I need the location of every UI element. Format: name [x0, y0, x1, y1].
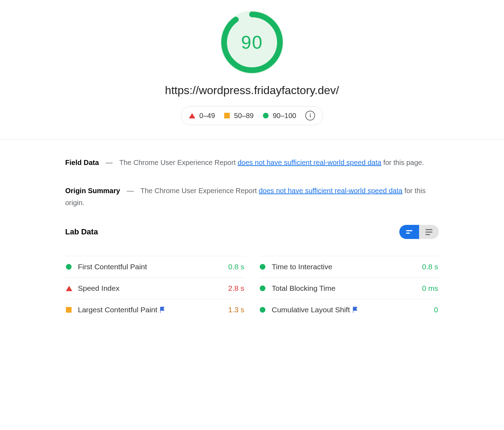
legend-good-range: 90–100: [273, 112, 296, 120]
flag-icon: [353, 307, 358, 313]
origin-summary-heading: Origin Summary: [65, 187, 120, 195]
bars-left-icon: [406, 230, 412, 234]
metric-name: Speed Index: [78, 284, 228, 293]
metric-value: 0: [434, 306, 438, 314]
metric-value: 1.3 s: [228, 306, 244, 314]
metric-value: 0.8 s: [228, 263, 244, 271]
legend-average: 50–89: [224, 112, 254, 120]
metric-name: Time to Interactive: [272, 263, 422, 271]
flag-icon: [160, 307, 165, 313]
field-data-link[interactable]: does not have sufficient real-world spee…: [238, 159, 381, 166]
score-legend: 0–49 50–89 90–100 i: [181, 106, 324, 125]
lab-data-heading: Lab Data: [65, 227, 98, 236]
tested-url: https://wordpress.fridayfactory.dev/: [0, 84, 504, 97]
field-data-paragraph: Field Data — The Chrome User Experience …: [65, 156, 439, 168]
legend-average-range: 50–89: [234, 112, 254, 120]
view-toggle: [399, 225, 439, 239]
origin-summary-prefix: The Chrome User Experience Report: [141, 187, 259, 195]
metric-value: 0.8 s: [422, 263, 438, 271]
view-toggle-compact[interactable]: [399, 225, 419, 239]
bars-lines-icon: [425, 229, 432, 235]
metric-name: Total Blocking Time: [272, 284, 422, 293]
circle-icon: [66, 264, 72, 270]
legend-good: 90–100: [263, 112, 296, 120]
metric-row[interactable]: Total Blocking Time0 ms: [259, 277, 439, 299]
field-data-prefix: The Chrome User Experience Report: [119, 159, 238, 166]
view-toggle-expanded[interactable]: [419, 225, 439, 239]
legend-poor: 0–49: [189, 112, 215, 120]
origin-summary-link[interactable]: does not have sufficient real-world spee…: [259, 187, 402, 195]
performance-gauge: 90: [220, 11, 284, 74]
metric-row[interactable]: Speed Index2.8 s: [65, 277, 245, 299]
score-section: 90 https://wordpress.fridayfactory.dev/ …: [0, 0, 504, 140]
circle-icon: [260, 285, 265, 291]
metrics-column-right: Time to Interactive0.8 sTotal Blocking T…: [259, 256, 439, 320]
square-icon: [66, 307, 72, 313]
metric-row[interactable]: Time to Interactive0.8 s: [259, 256, 439, 277]
metric-row[interactable]: Cumulative Layout Shift0: [259, 299, 439, 320]
performance-score: 90: [220, 11, 284, 74]
triangle-icon: [66, 286, 72, 291]
triangle-icon: [189, 113, 195, 118]
square-icon: [224, 113, 230, 118]
field-data-suffix: for this page.: [381, 159, 424, 166]
metric-name: Cumulative Layout Shift: [272, 306, 434, 314]
info-icon[interactable]: i: [305, 111, 315, 121]
metric-name: First Contentful Paint: [78, 263, 228, 271]
circle-icon: [260, 307, 265, 313]
circle-icon: [260, 264, 265, 270]
metrics-column-left: First Contentful Paint0.8 sSpeed Index2.…: [65, 256, 245, 320]
metric-name: Largest Contentful Paint: [78, 306, 228, 314]
origin-summary-paragraph: Origin Summary — The Chrome User Experie…: [65, 185, 439, 209]
legend-poor-range: 0–49: [199, 112, 215, 120]
metric-row[interactable]: First Contentful Paint0.8 s: [65, 256, 245, 277]
metric-value: 2.8 s: [228, 284, 244, 293]
circle-icon: [263, 113, 269, 118]
metric-row[interactable]: Largest Contentful Paint1.3 s: [65, 299, 245, 320]
field-data-heading: Field Data: [65, 159, 99, 166]
metric-value: 0 ms: [422, 284, 438, 293]
